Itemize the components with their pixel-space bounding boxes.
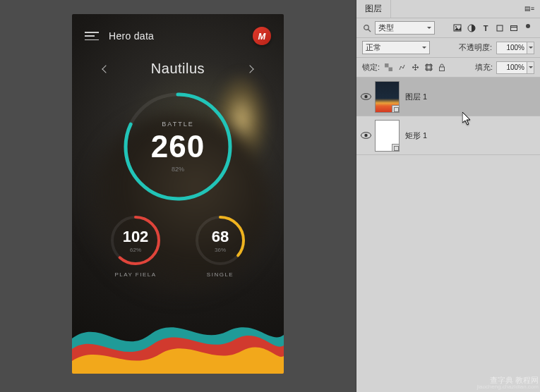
filter-shape-icon[interactable] <box>493 22 506 35</box>
filter-smart-icon[interactable] <box>508 22 520 35</box>
svg-line-7 <box>368 29 371 31</box>
chevron-left-icon[interactable] <box>102 65 109 73</box>
lock-all-icon[interactable] <box>437 63 447 73</box>
single-value: 68 <box>212 228 229 246</box>
single-pct: 36% <box>215 247 226 253</box>
svg-point-26 <box>364 133 367 136</box>
visibility-icon[interactable] <box>356 92 375 102</box>
lock-row: 锁定: 填充: 100% <box>356 58 540 78</box>
play-stat: 102 62% PLAY FIELA <box>104 212 167 278</box>
play-pct: 62% <box>130 247 141 253</box>
filter-image-icon[interactable] <box>451 22 464 35</box>
search-icon[interactable] <box>362 24 372 32</box>
layer-item[interactable]: 图层 1 <box>356 78 540 116</box>
svg-point-6 <box>364 25 369 30</box>
play-value: 102 <box>123 228 149 246</box>
watermark: 查字典 教程网 jiaocheng.chazidian.com <box>476 376 539 391</box>
fill-label: 填充: <box>475 62 493 73</box>
filter-adjust-icon[interactable] <box>465 22 478 35</box>
layer-list: 图层 1 矩形 1 <box>356 78 540 155</box>
brand-badge[interactable]: M <box>253 27 271 45</box>
battle-ring: BATTLE 260 82% <box>118 87 238 207</box>
opacity-value[interactable]: 100% <box>496 42 527 54</box>
play-label: PLAY FIELA <box>104 271 167 278</box>
battle-label: BATTLE <box>162 121 193 128</box>
single-stat: 68 36% SINGLE <box>188 212 252 278</box>
layer-thumbnail <box>375 120 400 152</box>
battle-pct: 82% <box>172 166 184 173</box>
layer-thumbnail <box>375 81 400 113</box>
visibility-icon[interactable] <box>356 130 375 141</box>
svg-rect-12 <box>511 25 517 30</box>
layer-name: 矩形 1 <box>405 130 427 141</box>
lock-label: 锁定: <box>362 62 380 73</box>
layer-name: 图层 1 <box>405 92 427 102</box>
tab-layers[interactable]: 图层 <box>356 0 391 18</box>
blend-mode-select[interactable]: 正常 <box>362 41 430 54</box>
layers-panel: 图层 ▤≡ 类型 T 正常 不透明度: 100% 锁定: <box>356 0 540 392</box>
battle-value: 260 <box>151 129 205 164</box>
lock-transparency-icon[interactable] <box>383 63 393 73</box>
fill-dropdown-icon[interactable] <box>527 61 534 74</box>
svg-rect-15 <box>385 63 389 68</box>
svg-rect-16 <box>388 68 392 72</box>
single-label: SINGLE <box>188 271 252 278</box>
filter-dot-icon[interactable] <box>522 22 534 35</box>
svg-point-24 <box>364 94 367 97</box>
app-title: Hero data <box>109 30 154 42</box>
lock-artboard-icon[interactable] <box>424 63 433 73</box>
svg-point-9 <box>455 26 457 27</box>
phone-mockup: Hero data M Nautilus BATTLE 260 82% <box>72 14 284 374</box>
panel-menu-icon[interactable]: ▤≡ <box>519 6 540 12</box>
opacity-dropdown-icon[interactable] <box>527 42 534 54</box>
blend-row: 正常 不透明度: 100% <box>356 38 540 58</box>
mini-stats-row: 102 62% PLAY FIELA 68 36% <box>72 212 284 278</box>
filter-row: 类型 T <box>356 18 540 38</box>
layer-item[interactable]: 矩形 1 <box>356 116 540 155</box>
opacity-label: 不透明度: <box>459 42 492 53</box>
app-topbar: Hero data M <box>72 14 284 45</box>
decorative-waves <box>72 296 284 374</box>
menu-icon[interactable] <box>85 32 99 40</box>
lock-position-icon[interactable] <box>410 63 420 73</box>
chevron-right-icon[interactable] <box>246 65 253 73</box>
svg-rect-11 <box>497 25 503 31</box>
fill-value[interactable]: 100% <box>496 61 527 74</box>
lock-brush-icon[interactable] <box>397 63 407 73</box>
svg-rect-22 <box>440 67 445 71</box>
hero-name: Nautilus <box>151 61 205 77</box>
panel-tabs: 图层 ▤≡ <box>356 0 540 18</box>
canvas-area: Hero data M Nautilus BATTLE 260 82% <box>0 0 356 392</box>
filter-text-icon[interactable]: T <box>479 22 492 35</box>
type-select[interactable]: 类型 <box>375 21 435 35</box>
hero-selector: Nautilus <box>72 61 284 77</box>
